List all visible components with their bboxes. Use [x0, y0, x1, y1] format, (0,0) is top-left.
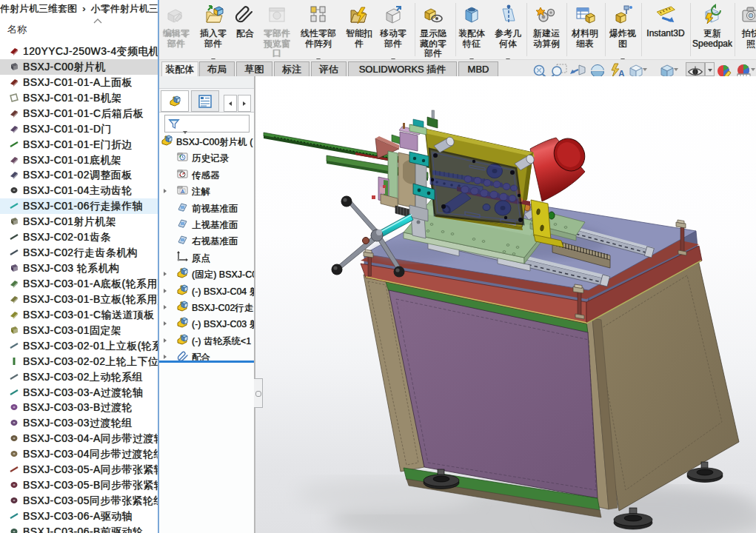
svg-text:A: A — [618, 69, 625, 76]
svg-text:A: A — [181, 189, 184, 194]
